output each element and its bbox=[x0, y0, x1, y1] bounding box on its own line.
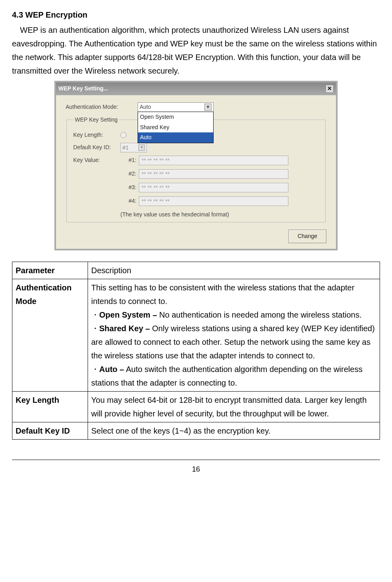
default-key-label: Default Key ID: bbox=[73, 143, 120, 152]
section-intro: WEP is an authentication algorithm, whic… bbox=[12, 23, 380, 78]
desc-key-length: You may select 64-bit or 128-bit to encr… bbox=[88, 391, 380, 422]
auth-mode-dropdown: Open System Shared Key Auto bbox=[138, 112, 214, 143]
key3-input[interactable]: ** ** ** ** ** bbox=[139, 183, 288, 192]
auth-mode-label: Authentication Mode: bbox=[66, 102, 138, 112]
parameter-table: Parameter Description Authentication Mod… bbox=[12, 262, 380, 440]
header-parameter: Parameter bbox=[12, 262, 88, 279]
desc-default-key-id: Select one of the keys (1~4) as the encr… bbox=[88, 422, 380, 439]
wep-dialog: WEP Key Setting... ✕ Authentication Mode… bbox=[54, 81, 338, 250]
section-heading: 4.3 WEP Encryption bbox=[12, 8, 380, 22]
dropdown-option[interactable]: Open System bbox=[138, 112, 213, 122]
chevron-down-icon: ▾ bbox=[138, 144, 145, 151]
key1-label: #1: bbox=[120, 156, 139, 165]
key2-label: #2: bbox=[120, 169, 139, 179]
change-button[interactable]: Change bbox=[288, 230, 326, 243]
key3-label: #3: bbox=[120, 183, 139, 192]
table-header-row: Parameter Description bbox=[12, 262, 380, 279]
auth-mode-value: Auto bbox=[140, 102, 151, 112]
radio-64bit[interactable] bbox=[120, 132, 126, 138]
key2-input[interactable]: ** ** ** ** ** bbox=[139, 169, 288, 179]
fieldset-legend: WEP Key Setting bbox=[73, 115, 119, 125]
dialog-title: WEP Key Setting... bbox=[58, 84, 108, 94]
param-key-length: Key Length bbox=[12, 391, 88, 422]
dropdown-option-selected[interactable]: Auto bbox=[138, 132, 213, 143]
opt-shared-key: Shared Key – bbox=[99, 324, 150, 333]
opt-open-system-text: No authentication is needed among the wi… bbox=[157, 310, 362, 319]
hex-format-hint: (The key value uses the hexdecimal forma… bbox=[120, 210, 319, 220]
chevron-down-icon[interactable]: ▼ bbox=[204, 104, 212, 111]
table-row: Key Length You may select 64-bit or 128-… bbox=[12, 391, 380, 422]
key-length-label: Key Length: bbox=[73, 130, 120, 140]
dropdown-option[interactable]: Shared Key bbox=[138, 122, 213, 133]
close-icon[interactable]: ✕ bbox=[326, 85, 334, 93]
desc-text: This setting has to be consistent with t… bbox=[91, 283, 354, 306]
param-default-key-id: Default Key ID bbox=[12, 422, 88, 439]
default-key-value: #1 bbox=[122, 143, 129, 153]
key4-label: #4: bbox=[120, 196, 139, 206]
table-row: Authentication Mode This setting has to … bbox=[12, 279, 380, 391]
dialog-titlebar: WEP Key Setting... ✕ bbox=[56, 82, 336, 95]
default-key-select[interactable]: #1 ▾ bbox=[120, 143, 147, 152]
opt-auto-text: Auto switch the authentication algorithm… bbox=[91, 365, 362, 387]
opt-open-system: Open System – bbox=[99, 310, 157, 319]
key4-input[interactable]: ** ** ** ** ** bbox=[139, 196, 288, 206]
auth-mode-combo[interactable]: Auto ▼ bbox=[138, 102, 214, 112]
desc-auth-mode: This setting has to be consistent with t… bbox=[88, 279, 380, 391]
header-description: Description bbox=[88, 262, 380, 279]
page-number: 16 bbox=[12, 460, 380, 476]
table-row: Default Key ID Select one of the keys (1… bbox=[12, 422, 380, 439]
param-auth-mode: Authentication Mode bbox=[12, 279, 88, 391]
opt-auto: Auto – bbox=[99, 365, 124, 374]
key-value-label: Key Value: bbox=[73, 156, 120, 165]
key1-input[interactable]: ** ** ** ** ** bbox=[139, 156, 288, 165]
dialog-screenshot: WEP Key Setting... ✕ Authentication Mode… bbox=[12, 81, 380, 250]
